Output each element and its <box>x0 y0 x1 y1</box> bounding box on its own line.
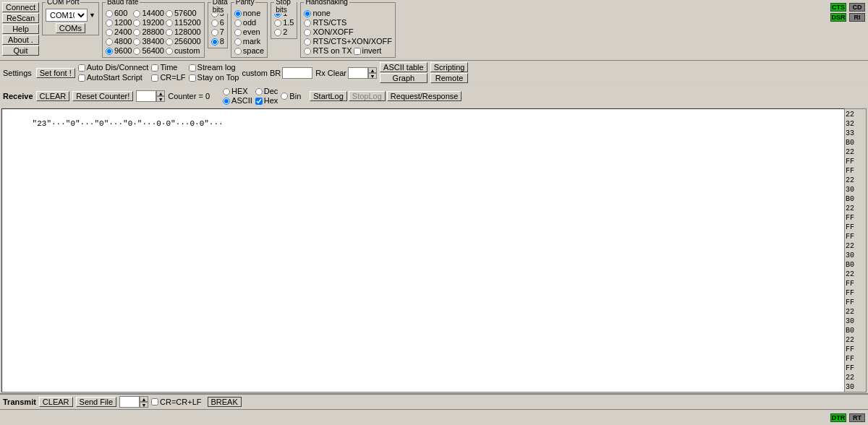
handshaking-label: Handshaking <box>304 0 349 6</box>
hex-check[interactable]: Hex <box>255 96 278 106</box>
transmit-label: Transmit <box>3 398 36 406</box>
baud-38400[interactable]: 38400 <box>133 37 164 46</box>
time-check[interactable]: Time <box>151 63 185 72</box>
cd-box: CD <box>849 3 865 12</box>
hs-none[interactable]: none <box>304 9 392 18</box>
reset-counter-button[interactable]: Reset Counter! <box>72 91 133 101</box>
baud-9600[interactable]: 9600 <box>106 46 132 56</box>
ascii-radio[interactable]: ASCII <box>223 96 252 106</box>
baud-57600[interactable]: 57600 <box>166 9 201 18</box>
parity-none[interactable]: none <box>234 9 264 18</box>
databits-8[interactable]: 8 <box>211 37 224 46</box>
coms-button[interactable]: COMs <box>56 23 85 33</box>
transmit-section: Transmit CLEAR Send File 0 ▲ ▼ CR=CR+LF … <box>0 393 868 409</box>
counter-down[interactable]: ▼ <box>156 96 165 102</box>
cts-indicator: CTS <box>830 3 846 12</box>
hs-rtscts[interactable]: RTS/CTS <box>304 18 392 27</box>
baud-256000[interactable]: 256000 <box>166 37 201 46</box>
baud-custom[interactable]: custom <box>166 46 201 56</box>
start-log-button[interactable]: StartLog <box>310 91 347 101</box>
hs-xon[interactable]: XON/XOFF <box>304 27 392 37</box>
rx-clear-down[interactable]: ▼ <box>368 73 377 79</box>
help-button[interactable]: Help <box>2 24 39 34</box>
receive-clear-button[interactable]: CLEAR <box>36 91 70 101</box>
parity-odd[interactable]: odd <box>234 18 264 27</box>
auto-dis-connect-check[interactable]: Auto Dis/Connect <box>78 63 149 72</box>
rt-indicator: RT <box>849 413 865 422</box>
ri-indicator: RI <box>849 13 865 22</box>
break-button[interactable]: BREAK <box>208 397 242 407</box>
com-port-label: COM Port <box>46 0 80 6</box>
baud-128000[interactable]: 128000 <box>166 27 201 37</box>
rx-clear-label: Rx Clear <box>315 69 346 77</box>
parity-even[interactable]: even <box>234 27 264 37</box>
about-button[interactable]: About . <box>2 35 39 45</box>
receive-content: "23"···"0"···"0"···"0·"···0·0"···0·0"··· <box>33 119 224 128</box>
counter-spin-input[interactable]: 13 <box>136 90 156 102</box>
baud-14400[interactable]: 14400 <box>133 9 164 18</box>
dsr-indicator: DSR <box>830 13 846 22</box>
baud-56400[interactable]: 56400 <box>133 46 164 56</box>
parity-label: Parity <box>234 0 256 6</box>
parity-space[interactable]: space <box>234 46 264 56</box>
cr-cr-lf-check[interactable]: CR=CR+LF <box>151 398 201 407</box>
receive-section-label: Receive <box>3 92 33 100</box>
baud-115200[interactable]: 115200 <box>166 18 201 27</box>
rt-box: RT <box>849 413 865 422</box>
bin-radio[interactable]: Bin <box>281 92 301 101</box>
settings-section-label: Settings <box>3 69 32 77</box>
cts-box: CTS <box>830 3 846 12</box>
stopbits-2[interactable]: 2 <box>274 27 294 37</box>
cd-indicator: CD <box>849 3 865 12</box>
transmit-clear-button[interactable]: CLEAR <box>39 397 73 407</box>
receive-textarea[interactable]: "23"···"0"···"0"···"0·"···0·0"···0·0"··· <box>1 108 845 392</box>
dec-radio[interactable]: Dec <box>255 87 278 96</box>
ascii-table-button[interactable]: ASCII table <box>380 62 427 72</box>
counter-display: Counter = 0 <box>168 92 210 100</box>
rx-clear-up[interactable]: ▲ <box>368 67 377 73</box>
quit-button[interactable]: Quit <box>2 46 39 56</box>
baud-4800[interactable]: 4800 <box>106 37 132 46</box>
custom-br-label: custom BR <box>242 69 281 77</box>
baud-19200[interactable]: 19200 <box>133 18 164 27</box>
invert-checkbox[interactable] <box>354 48 361 55</box>
hex-sidebar: 223233B022FFFF2230B022FFFFFF2230B022FFFF… <box>845 108 867 392</box>
request-response-button[interactable]: Request/Response <box>387 91 462 101</box>
remote-button[interactable]: Remote <box>430 73 469 83</box>
baud-1200[interactable]: 1200 <box>106 18 132 27</box>
hs-rtsxon[interactable]: RTS/CTS+XON/XOFF <box>304 37 392 46</box>
scripting-button[interactable]: Scripting <box>430 62 469 72</box>
databits-label: Data bits <box>211 0 229 14</box>
counter-up[interactable]: ▲ <box>156 90 165 96</box>
transmit-spin-up[interactable]: ▲ <box>140 396 148 402</box>
baud-600[interactable]: 600 <box>106 9 132 18</box>
stopbits-label: Stop bits <box>274 0 297 14</box>
dtr-box: DTR <box>830 413 846 422</box>
set-font-button[interactable]: Set font ! <box>36 68 75 78</box>
baud-28800[interactable]: 28800 <box>133 27 164 37</box>
transmit-spin-input[interactable]: 0 <box>119 396 140 408</box>
graph-button[interactable]: Graph <box>380 73 427 83</box>
stop-log-button[interactable]: StopLog <box>349 91 386 101</box>
dtr-indicator: DTR <box>830 413 846 422</box>
stream-log-check[interactable]: Stream log <box>189 63 239 72</box>
parity-mark[interactable]: mark <box>234 37 264 46</box>
custom-br-input[interactable]: 9600 <box>282 67 312 79</box>
baud-2400[interactable]: 2400 <box>106 27 132 37</box>
send-file-button[interactable]: Send File <box>76 397 116 407</box>
autostart-script-check[interactable]: AutoStart Script <box>78 73 149 82</box>
databits-6[interactable]: 6 <box>211 18 224 27</box>
cr-lf-check[interactable]: CR=LF <box>151 73 185 82</box>
rx-clear-input[interactable]: 27 <box>348 67 368 79</box>
databits-7[interactable]: 7 <box>211 27 224 37</box>
connect-button[interactable]: Connect <box>2 2 39 12</box>
stopbits-15[interactable]: 1.5 <box>274 18 294 27</box>
hex-radio[interactable]: HEX <box>223 87 252 96</box>
stay-on-top-check[interactable]: Stay on Top <box>189 73 239 82</box>
baud-rate-label: Baud rate <box>106 0 140 6</box>
com-port-select[interactable]: COM10 <box>46 9 88 22</box>
transmit-spin-down[interactable]: ▼ <box>140 402 148 408</box>
bottom-status: DTR RT <box>0 409 868 425</box>
hs-rtson[interactable]: RTS on TX invert <box>304 46 392 56</box>
rescan-button[interactable]: ReScan <box>2 13 39 23</box>
